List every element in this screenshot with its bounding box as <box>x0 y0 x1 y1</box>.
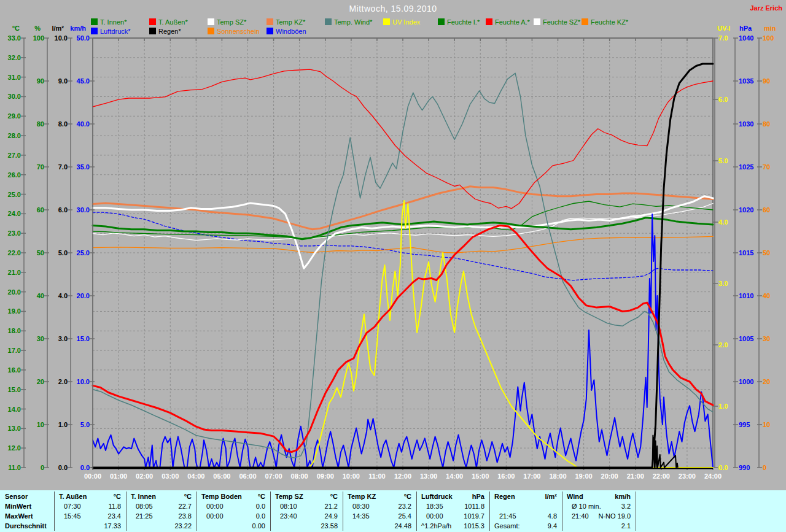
axis-tick-label: 2.0 <box>718 341 728 349</box>
x-axis-label: 14:00 <box>446 472 463 480</box>
axis-tick-label: 0.0 <box>80 464 90 471</box>
x-axis-label: 09:00 <box>317 472 334 480</box>
table-separator <box>54 492 55 531</box>
table-cell: 17.33 <box>54 522 121 530</box>
table-cell: 0.0 <box>196 503 265 510</box>
table-cell: °C <box>54 493 121 500</box>
axis-tick-label: 100 <box>763 34 774 42</box>
axis-tick-label: 20 <box>763 378 770 385</box>
axis-tick-label: 45.0 <box>77 77 90 85</box>
table-cell: 21.2 <box>270 503 338 510</box>
table-separator <box>196 492 197 531</box>
axis-tick-label: 50 <box>763 249 770 256</box>
weather-app-window: Mittwoch, 15.09.2010 Jarz Erich T. Innen… <box>0 0 786 532</box>
table-cell: 9.4 <box>489 522 557 530</box>
table-separator <box>270 492 271 531</box>
axis-tick-label: 12.0 <box>8 444 21 452</box>
table-cell: 0.00 <box>196 522 265 530</box>
axis-tick-label: 27.0 <box>8 152 21 159</box>
axis-tick-label: 1.0 <box>58 421 68 428</box>
axis-tick-label: 31.0 <box>8 74 21 81</box>
x-axis-label: 22:00 <box>653 472 670 480</box>
axis-tick-label: 21.0 <box>8 269 21 276</box>
axis-tick-label: 7.0 <box>718 34 728 42</box>
axis-tick-label: 80 <box>763 120 770 128</box>
axis-tick-label: 80 <box>37 120 44 128</box>
x-axis-label: 17:00 <box>523 472 540 480</box>
x-axis-label: 23:00 <box>679 472 696 480</box>
axis-tick-label: 28.0 <box>8 132 21 139</box>
axis-tick-label: 90 <box>763 77 770 85</box>
axis-tick-label: 4.0 <box>718 218 728 226</box>
axis-tick-label: 50.0 <box>77 34 90 42</box>
x-axis-label: 02:00 <box>136 472 153 480</box>
axis-tick-label: 25.0 <box>8 191 21 198</box>
series-regen-bars <box>653 436 678 468</box>
axis-tick-label: 6.0 <box>718 96 728 103</box>
axis-tick-label: 40 <box>37 292 44 299</box>
table-cell: 24.9 <box>270 512 338 520</box>
table-cell: 23.2 <box>343 503 411 510</box>
axis-tick-label: 1035 <box>739 77 753 85</box>
axis-tick-label: 100 <box>33 34 44 42</box>
axis-tick-label: 20.0 <box>77 292 90 299</box>
table-cell: 1015.3 <box>416 522 484 530</box>
table-cell: MaxWert <box>5 512 33 520</box>
table-cell: MinWert <box>5 503 31 510</box>
x-axis-label: 04:00 <box>187 472 204 480</box>
axis-tick-label: 5.0 <box>58 249 68 256</box>
table-cell: 0.0 <box>196 512 265 520</box>
axis-tick-label: 70 <box>37 163 44 171</box>
x-axis-label: 05:00 <box>213 472 230 480</box>
axis-tick-label: 10.0 <box>55 34 68 42</box>
axis-tick-label: 90 <box>37 77 44 85</box>
axis-tick-label: 14.0 <box>8 406 21 413</box>
table-cell: 25.4 <box>343 512 411 520</box>
axis-tick-label: 1040 <box>739 34 753 42</box>
table-cell: 2.1 <box>562 522 631 530</box>
axis-tick-label: 0.0 <box>58 464 68 471</box>
axis-tick-label: 0.0 <box>718 464 728 471</box>
axis-tick-label: 6.0 <box>58 206 68 214</box>
axis-tick-label: 9.0 <box>58 77 68 85</box>
x-axis-label: 16:00 <box>497 472 515 480</box>
axis-tick-label: 23.0 <box>8 229 21 237</box>
table-separator <box>416 492 417 531</box>
table-cell: °C <box>270 493 338 500</box>
x-axis-label: 13:00 <box>420 472 437 480</box>
axis-tick-label: 1000 <box>739 378 753 385</box>
table-cell: °C <box>126 493 192 500</box>
axis-tick-label: 7.0 <box>58 163 68 171</box>
axis-tick-label: 13.0 <box>8 425 21 432</box>
table-cell: 4.8 <box>489 512 557 520</box>
x-axis-label: 06:00 <box>239 472 256 480</box>
x-axis-label: 24:00 <box>704 472 722 480</box>
axis-tick-label: 15.0 <box>8 386 21 393</box>
axis-tick-label: 22.0 <box>8 249 21 256</box>
axis-tick-label: 20 <box>37 378 44 385</box>
axis-tick-label: 30.0 <box>8 93 21 100</box>
table-cell: 1019.7 <box>416 512 484 520</box>
x-axis-label: 07:00 <box>265 472 282 480</box>
weather-chart: 11.012.013.014.015.016.017.018.019.020.0… <box>0 0 786 488</box>
x-axis-label: 18:00 <box>549 472 566 480</box>
axis-tick-label: 1005 <box>739 335 753 342</box>
axis-tick-label: 1015 <box>739 249 753 256</box>
axis-tick-label: 1010 <box>739 292 753 299</box>
axis-tick-label: 20.0 <box>8 288 21 296</box>
x-axis-label: 15:00 <box>472 472 489 480</box>
axis-tick-label: 3.0 <box>718 280 728 287</box>
table-cell: 3.2 <box>562 503 631 510</box>
x-axis-label: 11:00 <box>368 472 386 480</box>
axis-tick-label: 70 <box>763 163 770 171</box>
table-cell: 23.22 <box>126 522 192 530</box>
stats-table: SensorMinWertMaxWertDurchschnittT. Außen… <box>0 490 786 532</box>
axis-tick-label: 15.0 <box>77 335 90 342</box>
table-cell: hPa <box>416 493 484 500</box>
axis-tick-label: 17.0 <box>8 347 21 354</box>
table-separator <box>343 492 343 531</box>
table-cell: °C <box>196 493 265 500</box>
table-cell: N-NO 19.0 <box>562 512 631 520</box>
axis-tick-label: 1030 <box>739 120 753 128</box>
axis-tick-label: 5.0 <box>718 157 728 164</box>
